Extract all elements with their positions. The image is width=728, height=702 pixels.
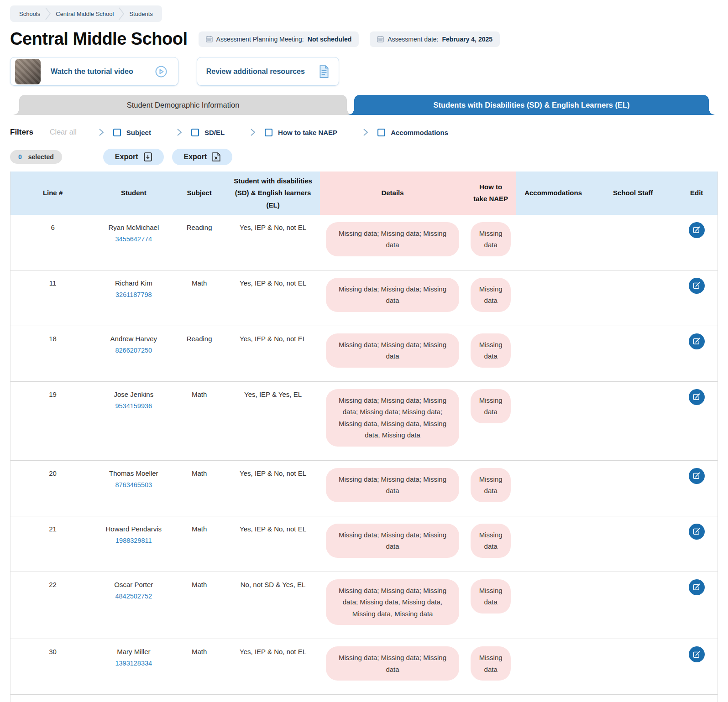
student-name: Andrew Harvey	[98, 333, 169, 344]
table-row: 19 Jose Jenkins 9534159936 Math Yes, IEP…	[10, 381, 718, 460]
edit-button[interactable]	[689, 389, 705, 405]
subject-cell: Math	[173, 270, 226, 326]
toolbar: 0 selected Export Export	[10, 149, 718, 165]
breadcrumb-item-students[interactable]: Students	[126, 5, 155, 22]
accommodations-filter-label[interactable]: Accommodations	[391, 129, 448, 136]
accommodations-cell	[516, 516, 590, 572]
details-missing-data-pill: Missing data; Missing data; Missing data	[326, 222, 459, 256]
chevron-right-icon	[363, 128, 368, 136]
table-row: 6 Ryan McMichael 3455642774 Reading Yes,…	[10, 215, 718, 270]
details-cell: Missing data; Missing data; Missing data	[320, 270, 466, 326]
details-cell: Missing data; Missing data; Missing data	[320, 639, 466, 694]
table-row: 33 Julia Austin 5994419537 Reading Yes, …	[10, 694, 718, 702]
naep-filter-checkbox[interactable]	[265, 129, 272, 136]
edit-button[interactable]	[689, 222, 705, 238]
staff-cell	[590, 572, 676, 639]
filter-group-sdel: SD/EL	[177, 128, 225, 136]
filter-group-naep: How to take NAEP	[250, 128, 337, 136]
edit-button[interactable]	[689, 524, 705, 540]
column-header-student: Student	[95, 172, 172, 215]
page: Schools Central Middle School Students C…	[0, 0, 728, 702]
table-row: 11 Richard Kim 3261187798 Math Yes, IEP …	[10, 270, 718, 326]
selected-count-badge: 0 selected	[10, 150, 62, 164]
line-number: 33	[10, 695, 95, 702]
chevron-right-icon	[177, 128, 182, 136]
column-header-sdel: Student with disabilities (SD) & English…	[226, 172, 320, 215]
accommodations-cell	[516, 461, 590, 516]
calendar-icon	[377, 36, 384, 42]
sdel-cell: Yes, IEP & Yes, EL	[226, 382, 320, 460]
watch-tutorial-button[interactable]: Watch the tutorial video	[10, 57, 178, 86]
student-id: 3261187798	[98, 290, 169, 300]
details-cell: Missing data; Missing data; Missing data	[320, 695, 466, 702]
tab-demographic-information[interactable]: Student Demographic Information	[19, 95, 347, 115]
sdel-filter-label[interactable]: SD/EL	[204, 129, 225, 136]
student-id: 8763465503	[98, 480, 169, 490]
video-thumbnail	[15, 59, 41, 84]
line-number: 30	[10, 639, 95, 694]
student-cell: Ryan McMichael 3455642774	[95, 215, 172, 270]
planning-meeting-value: Not scheduled	[308, 36, 351, 43]
calendar-icon	[206, 36, 213, 42]
planning-meeting-badge: Assessment Planning Meeting: Not schedul…	[199, 31, 359, 47]
line-number: 22	[10, 572, 95, 639]
edit-button[interactable]	[689, 579, 705, 595]
edit-button[interactable]	[689, 468, 705, 484]
export-pdf-button[interactable]: Export	[103, 149, 164, 165]
clear-all-button[interactable]: Clear all	[50, 128, 77, 136]
naep-cell: Missing data	[466, 461, 516, 516]
breadcrumb-item-schools[interactable]: Schools	[16, 5, 43, 22]
table-row: 20 Thomas Moeller 8763465503 Math Yes, I…	[10, 460, 718, 516]
accommodations-filter-checkbox[interactable]	[377, 129, 385, 136]
details-cell: Missing data; Missing data; Missing data	[320, 516, 466, 572]
tab-demographic-label: Student Demographic Information	[127, 101, 240, 109]
subject-filter-label[interactable]: Subject	[126, 129, 151, 136]
naep-missing-data-pill: Missing data	[471, 524, 511, 558]
edit-button[interactable]	[689, 333, 705, 349]
naep-cell: Missing data	[466, 572, 516, 639]
staff-cell	[590, 461, 676, 516]
details-missing-data-pill: Missing data; Missing data; Missing data…	[326, 389, 459, 447]
review-resources-button[interactable]: Review additional resources	[197, 57, 339, 86]
staff-cell	[590, 270, 676, 326]
sdel-cell: Yes, IEP & No, not EL	[226, 461, 320, 516]
sdel-cell: Yes, IEP & No, not EL	[226, 516, 320, 572]
tab-bar: Student Demographic Information Students…	[10, 95, 718, 115]
details-missing-data-pill: Missing data; Missing data; Missing data	[326, 524, 459, 558]
subject-filter-checkbox[interactable]	[113, 129, 121, 136]
export-excel-button[interactable]: Export	[172, 149, 233, 165]
subject-cell: Math	[173, 572, 226, 639]
student-name: Richard Kim	[98, 278, 169, 289]
subject-cell: Reading	[173, 695, 226, 702]
edit-cell	[676, 695, 718, 702]
student-name: Jose Jenkins	[98, 389, 169, 400]
tab-sd-el[interactable]: Students with Disabilities (SD) & Englis…	[354, 95, 709, 115]
naep-filter-label[interactable]: How to take NAEP	[278, 129, 337, 136]
student-name: Thomas Moeller	[98, 468, 169, 479]
breadcrumb-item-school[interactable]: Central Middle School	[53, 5, 116, 22]
students-table: Line # Student Subject Student with disa…	[10, 172, 718, 702]
student-name: Ryan McMichael	[98, 222, 169, 233]
table-row: 22 Oscar Porter 4842502752 Math No, not …	[10, 572, 718, 639]
sdel-cell: Yes, IEP & No, not EL	[226, 695, 320, 702]
assessment-date-badge: Assessment date: February 4, 2025	[370, 31, 500, 47]
sdel-filter-checkbox[interactable]	[191, 129, 199, 136]
table-row: 21 Howard Pendarvis 1988329811 Math Yes,…	[10, 516, 718, 572]
selected-label: selected	[28, 153, 54, 161]
edit-button[interactable]	[689, 278, 705, 294]
student-cell: Oscar Porter 4842502752	[95, 572, 172, 639]
header-row: Central Middle School Assessment Plannin…	[10, 29, 718, 49]
assessment-date-value: February 4, 2025	[442, 36, 493, 43]
student-cell: Howard Pendarvis 1988329811	[95, 516, 172, 572]
staff-cell	[590, 695, 676, 702]
student-name: Howard Pendarvis	[98, 524, 169, 535]
subject-cell: Math	[173, 639, 226, 694]
edit-cell	[676, 382, 718, 460]
sdel-cell: Yes, IEP & No, not EL	[226, 639, 320, 694]
sdel-cell: Yes, IEP & No, not EL	[226, 270, 320, 326]
line-number: 20	[10, 461, 95, 516]
edit-button[interactable]	[689, 646, 705, 662]
chevron-right-icon	[99, 128, 104, 136]
details-missing-data-pill: Missing data; Missing data; Missing data	[326, 468, 459, 502]
student-cell: Richard Kim 3261187798	[95, 270, 172, 326]
